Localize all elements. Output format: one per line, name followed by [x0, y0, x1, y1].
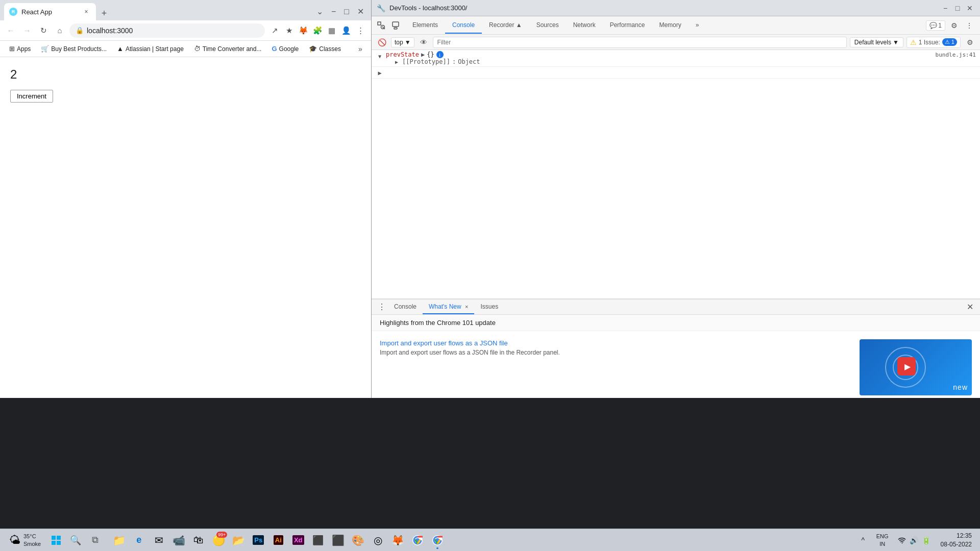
feedback-button[interactable]: 💬 1: [926, 20, 945, 31]
wifi-icon[interactable]: [897, 535, 907, 545]
console-obj-value: {}: [427, 51, 434, 58]
inspect-element-button[interactable]: [375, 19, 388, 32]
bookmark-atlassian[interactable]: ▲ Atlassian | Start page: [113, 43, 188, 54]
reload-button[interactable]: ↻: [37, 24, 50, 37]
minimize-button[interactable]: −: [328, 6, 339, 17]
tab-sources[interactable]: Sources: [529, 17, 566, 34]
tab-memory[interactable]: Memory: [652, 17, 688, 34]
drawer-menu-button[interactable]: ⋮: [376, 301, 388, 313]
tab-network[interactable]: Network: [566, 17, 603, 34]
taskbar-teams[interactable]: 📹: [169, 531, 188, 550]
devtools-close[interactable]: ✕: [965, 3, 975, 13]
tab-more[interactable]: »: [689, 17, 706, 34]
play-button[interactable]: [897, 357, 916, 375]
expand-child-icon[interactable]: ▶: [395, 59, 398, 65]
share-icon[interactable]: ↗: [268, 24, 281, 37]
taskbar-xd[interactable]: Xd: [288, 531, 308, 550]
home-button[interactable]: ⌂: [53, 24, 66, 37]
weather-widget[interactable]: 🌤 35°C Smoke: [4, 531, 46, 549]
bookmark-google[interactable]: G Google: [267, 43, 303, 54]
taskbar-dark-app[interactable]: ⬛: [328, 531, 348, 550]
taskbar-vscode[interactable]: ⬛: [308, 531, 328, 550]
back-button[interactable]: ←: [4, 24, 17, 37]
increment-button[interactable]: Increment: [10, 90, 53, 103]
bookmark-icon[interactable]: ★: [282, 24, 296, 37]
new-tab-button[interactable]: +: [97, 6, 111, 20]
language-indicator[interactable]: ENG IN: [873, 533, 892, 547]
taskbar-chrome[interactable]: [408, 531, 427, 550]
date-text: 08-05-2022: [941, 540, 972, 549]
dark-app-icon: ⬛: [332, 534, 345, 546]
devtools-more-button[interactable]: ⋮: [963, 19, 976, 32]
task-view-button[interactable]: ⧉: [86, 531, 104, 549]
tab-performance[interactable]: Performance: [603, 17, 652, 34]
bookmark-time-converter[interactable]: ⏱ Time Converter and...: [190, 43, 266, 54]
console-settings-button[interactable]: ⚙: [964, 36, 976, 48]
taskbar-file-explorer[interactable]: 📁: [109, 531, 129, 550]
issue-number: ⚠ 1: [942, 38, 957, 46]
bookmark-buy-best[interactable]: 🛒 Buy Best Products...: [37, 43, 111, 54]
maximize-button[interactable]: □: [341, 6, 352, 17]
taskbar-brackets[interactable]: ◎: [368, 531, 387, 550]
arrow-expand[interactable]: ▶: [376, 69, 384, 77]
battery-icon[interactable]: 🔋: [921, 535, 932, 545]
bookmark-apps[interactable]: ⊞ Apps: [5, 43, 35, 54]
window-controls: ⌄ − □ ✕: [313, 6, 367, 20]
start-button[interactable]: [47, 531, 65, 549]
drawer-tab-issues[interactable]: Issues: [474, 300, 504, 314]
fox-extension-icon[interactable]: 🦊: [297, 24, 310, 37]
taskbar-store[interactable]: 🛍: [189, 531, 208, 550]
system-tray-arrow[interactable]: ^: [858, 535, 868, 545]
taskbar-edge[interactable]: e: [129, 531, 149, 550]
tab-elements[interactable]: Elements: [405, 17, 445, 34]
whats-new-title-1[interactable]: Import and export user flows as a JSON f…: [380, 339, 853, 347]
devtools-maximize[interactable]: □: [952, 3, 963, 13]
device-toolbar-button[interactable]: [389, 19, 402, 32]
issues-badge[interactable]: ⚠ 1 Issue: ⚠ 1: [906, 37, 961, 48]
whats-new-close-button[interactable]: ×: [465, 304, 468, 310]
close-window-button[interactable]: ✕: [354, 6, 367, 17]
console-filter-input[interactable]: [433, 37, 847, 48]
video-thumbnail[interactable]: new: [860, 339, 972, 395]
menu-icon[interactable]: ⋮: [354, 24, 367, 37]
svg-rect-6: [57, 536, 61, 540]
taskbar-mail[interactable]: ✉: [149, 531, 168, 550]
chrome-devtools-icon: [432, 535, 443, 546]
tab-close-button[interactable]: ×: [82, 7, 91, 16]
devtools-settings-button[interactable]: ⚙: [947, 19, 961, 32]
drawer-content: Highlights from the Chrome 101 update Im…: [372, 315, 980, 398]
bookmark-classes[interactable]: 🎓 Classes: [305, 43, 345, 54]
console-info-icon[interactable]: i: [436, 51, 444, 58]
volume-icon[interactable]: 🔊: [909, 535, 919, 545]
search-button[interactable]: 🔍: [66, 531, 85, 549]
active-tab[interactable]: R React App ×: [4, 3, 96, 20]
forward-button[interactable]: →: [20, 24, 34, 37]
drawer-tab-whats-new[interactable]: What's New ×: [423, 300, 474, 314]
clear-console-button[interactable]: 🚫: [376, 36, 388, 48]
console-source-link[interactable]: bundle.js:41: [936, 52, 976, 58]
tab-console[interactable]: Console: [445, 17, 482, 34]
puzzle-icon[interactable]: 🧩: [311, 24, 324, 37]
taskbar-photoshop[interactable]: Ps: [249, 531, 268, 550]
context-dropdown[interactable]: top ▼: [391, 37, 414, 47]
eye-button[interactable]: 👁: [418, 36, 430, 48]
drawer-tab-console[interactable]: Console: [388, 300, 423, 314]
account-icon[interactable]: 👤: [339, 24, 353, 37]
taskbar-illustrator[interactable]: Ai: [268, 531, 288, 550]
expand-button[interactable]: ▼: [376, 52, 384, 60]
taskbar-chrome-devtools[interactable]: [428, 531, 447, 550]
taskbar-color-app[interactable]: 🎨: [348, 531, 368, 550]
address-bar[interactable]: 🔒 localhost:3000: [69, 23, 265, 38]
devtools-minimize[interactable]: −: [940, 3, 950, 13]
media-icon[interactable]: ▦: [325, 24, 338, 37]
taskbar-firefox[interactable]: 🦊: [388, 531, 407, 550]
browser-left-panel: R React App × + ⌄ − □ ✕ ← → ↻ ⌂ 🔒 localh…: [0, 0, 372, 398]
taskbar-folder[interactable]: 📂: [229, 531, 248, 550]
bookmarks-more-button[interactable]: »: [355, 43, 366, 55]
log-levels-dropdown[interactable]: Default levels ▼: [850, 37, 903, 47]
tab-scroll-icon[interactable]: ⌄: [313, 6, 326, 17]
drawer-close-button[interactable]: ✕: [964, 301, 976, 313]
clock[interactable]: 12:35 08-05-2022: [937, 532, 976, 549]
tab-recorder[interactable]: Recorder ▲: [482, 17, 529, 34]
taskbar-notes[interactable]: 🟡 99+: [209, 531, 228, 550]
